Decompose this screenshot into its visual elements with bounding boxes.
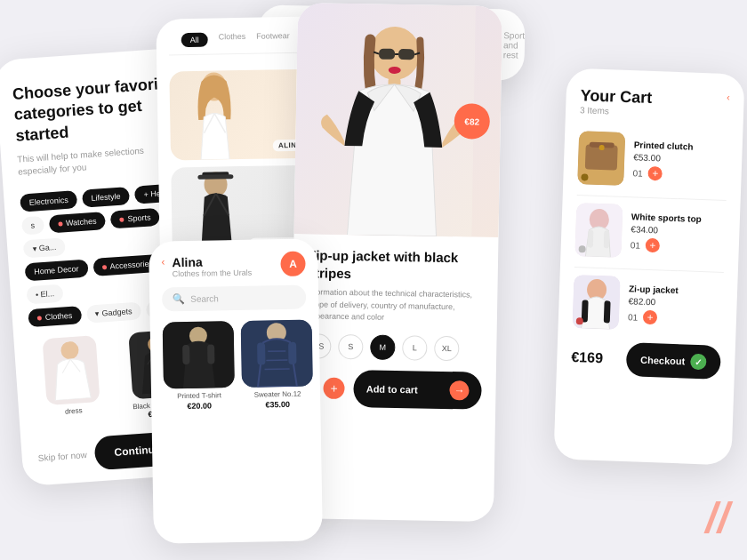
svg-rect-42 bbox=[207, 344, 214, 364]
tag-lifestyle[interactable]: Lifestyle bbox=[82, 187, 130, 208]
cart-header: Your Cart 3 Items ‹ bbox=[579, 86, 730, 132]
product-content: Zip-up jacket with black stripes Informa… bbox=[291, 234, 499, 430]
cart-item-3-qty: 01 + bbox=[628, 309, 722, 327]
svg-rect-38 bbox=[604, 300, 611, 323]
product-card-2-name: Sweater No.12 bbox=[242, 389, 313, 398]
product-actions: 01 + Add to cart → bbox=[305, 369, 482, 409]
cart-qty-1-num: 01 bbox=[632, 168, 643, 178]
cart-qty-2-num: 01 bbox=[631, 240, 641, 250]
svg-point-0 bbox=[60, 341, 78, 360]
size-selector: XS S M L XL bbox=[306, 333, 482, 361]
decorative-slashes: // bbox=[705, 493, 729, 542]
product-dress[interactable]: dress bbox=[30, 334, 114, 427]
dress-image bbox=[42, 335, 100, 405]
product-card-1-price: €20.00 bbox=[164, 401, 235, 411]
product-card-2[interactable]: Sweater No.12 €35.00 bbox=[241, 319, 314, 409]
cart-item-3-name: Zi-up jacket bbox=[629, 283, 723, 298]
cart-qty-1-plus-button[interactable]: + bbox=[648, 166, 663, 181]
svg-rect-46 bbox=[288, 342, 296, 364]
size-l[interactable]: L bbox=[402, 335, 427, 360]
product-card-1[interactable]: Printed T-shirt €20.00 bbox=[163, 321, 236, 411]
svg-rect-45 bbox=[257, 342, 265, 364]
cart-screen: Your Cart 3 Items ‹ Printed clutch €53.0… bbox=[553, 68, 744, 466]
size-m[interactable]: M bbox=[370, 334, 395, 359]
skip-text[interactable]: Skip for now bbox=[37, 450, 87, 463]
svg-rect-33 bbox=[588, 230, 594, 248]
cart-item-3-price: €82.00 bbox=[628, 296, 722, 309]
cart-item-2-info: White sports top €34.00 01 + bbox=[631, 211, 727, 255]
tag-sports[interactable]: Sports bbox=[110, 208, 160, 229]
profile-subtitle: Clothes from the Urals bbox=[173, 268, 253, 279]
cart-item-1-price: €53.00 bbox=[633, 152, 727, 165]
feed-item-1[interactable]: ALINA ♡ bbox=[169, 69, 315, 161]
product-card-1-name: Printed T-shirt bbox=[164, 391, 235, 400]
profile-screen: ‹ Alina Clothes from the Urals A 🔍 Searc… bbox=[149, 238, 323, 543]
s2-category-tabs: All Clothes Footwear bbox=[169, 31, 313, 56]
cart-divider-2 bbox=[574, 267, 724, 273]
product-grid: Printed T-shirt €20.00 Sweater No.12 bbox=[163, 320, 309, 412]
tab-sports[interactable]: Sports and rest bbox=[503, 30, 526, 60]
product-price-badge: €82 bbox=[454, 103, 490, 140]
add-to-cart-button[interactable]: Add to cart → bbox=[353, 370, 481, 410]
cart-item-2: White sports top €34.00 01 + bbox=[574, 203, 726, 261]
cart-item-3: Zi-up jacket €82.00 01 + bbox=[573, 275, 724, 333]
screen1-title: Choose your favorite categories to get s… bbox=[12, 73, 179, 147]
size-s[interactable]: S bbox=[338, 333, 363, 358]
tag-watches[interactable]: Watches bbox=[48, 212, 106, 233]
s2-tab-all[interactable]: All bbox=[181, 33, 208, 48]
cart-item-1: Printed clutch €53.00 01 + bbox=[577, 131, 728, 189]
size-xl[interactable]: XL bbox=[434, 335, 459, 360]
cart-item-1-image bbox=[577, 131, 625, 186]
s2-tab-clothes[interactable]: Clothes bbox=[219, 32, 246, 47]
product-card-2-image bbox=[241, 319, 313, 387]
cart-item-2-price: €34.00 bbox=[631, 224, 725, 237]
svg-rect-20 bbox=[379, 49, 395, 60]
search-icon: 🔍 bbox=[173, 293, 185, 305]
tag-homedecor[interactable]: Home Decor bbox=[25, 260, 89, 282]
product-title: Zip-up jacket with black stripes bbox=[308, 246, 485, 284]
cart-qty-2-plus-button[interactable]: + bbox=[646, 238, 661, 253]
cart-item-1-qty: 01 + bbox=[632, 165, 727, 183]
product-card-2-price: €35.00 bbox=[242, 399, 313, 409]
tag-el[interactable]: • El... bbox=[26, 284, 63, 305]
search-box[interactable]: 🔍 Search bbox=[162, 285, 306, 312]
back-arrow-icon[interactable]: ‹ bbox=[161, 255, 165, 268]
profile-name: Alina bbox=[172, 254, 252, 270]
s2-tab-footwear[interactable]: Footwear bbox=[256, 31, 290, 46]
svg-rect-11 bbox=[197, 174, 233, 180]
cart-qty-3-plus-button[interactable]: + bbox=[643, 310, 658, 325]
svg-rect-21 bbox=[398, 49, 414, 60]
product-description: Information about the technical characte… bbox=[307, 286, 484, 325]
product-card-1-image bbox=[163, 321, 235, 388]
svg-rect-41 bbox=[182, 345, 189, 364]
cart-total-price: €169 bbox=[571, 349, 603, 366]
tag-electronics[interactable]: Electronics bbox=[20, 190, 77, 212]
tag-s[interactable]: s bbox=[21, 216, 44, 236]
cart-item-1-info: Printed clutch €53.00 01 + bbox=[632, 139, 728, 183]
cart-item-1-name: Printed clutch bbox=[634, 139, 728, 154]
tag-ga[interactable]: ▾ Ga... bbox=[23, 237, 66, 258]
cart-back-icon[interactable]: ‹ bbox=[727, 92, 730, 102]
cart-qty-3-num: 01 bbox=[628, 312, 639, 322]
checkout-check-icon: ✓ bbox=[690, 354, 707, 371]
cart-total-row: €169 Checkout ✓ bbox=[571, 340, 721, 380]
cart-item-2-qty: 01 + bbox=[631, 237, 725, 255]
tag-gadgets[interactable]: ▾ Gadgets bbox=[86, 302, 142, 324]
cart-title: Your Cart bbox=[580, 86, 652, 108]
tag-clothes[interactable]: Clothes bbox=[28, 306, 82, 327]
product-hero-image: €82 bbox=[294, 3, 503, 237]
svg-rect-34 bbox=[604, 230, 610, 248]
cart-item-3-info: Zi-up jacket €82.00 01 + bbox=[628, 283, 724, 327]
cart-item-2-image bbox=[574, 203, 622, 258]
cart-item-2-name: White sports top bbox=[631, 211, 726, 226]
dress-name: dress bbox=[35, 404, 112, 418]
cart-item-3-image bbox=[573, 275, 621, 330]
cart-divider-1 bbox=[577, 195, 727, 201]
search-placeholder-text: Search bbox=[190, 293, 219, 304]
add-to-cart-arrow-icon: → bbox=[449, 380, 469, 400]
quantity-increase-button[interactable]: + bbox=[324, 377, 345, 398]
screen1-subtitle: This will help to make selections especi… bbox=[17, 142, 182, 179]
checkout-button[interactable]: Checkout ✓ bbox=[626, 342, 721, 380]
